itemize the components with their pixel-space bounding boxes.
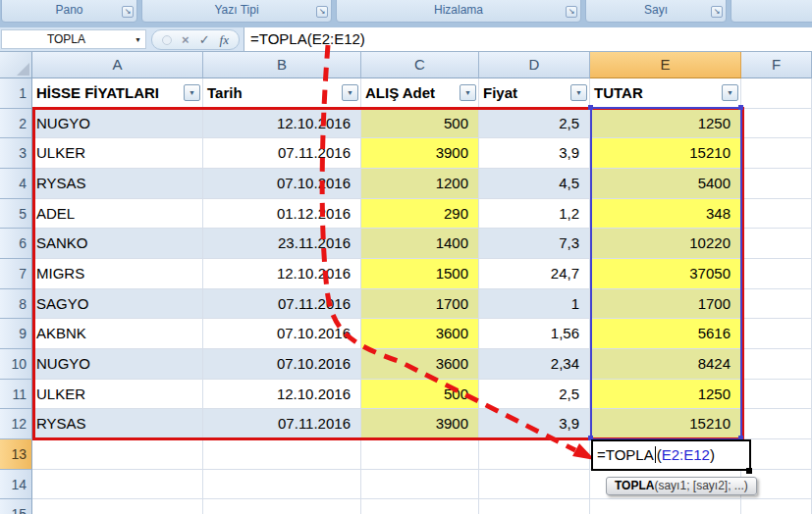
- cell-F8[interactable]: [741, 289, 812, 320]
- cell-D1[interactable]: Fiyat▼: [479, 78, 590, 109]
- cell-E4[interactable]: 5400: [590, 169, 741, 199]
- cell-D8[interactable]: 1: [479, 289, 590, 320]
- cell-D4[interactable]: 4,5: [479, 169, 590, 199]
- row-header-1[interactable]: 1: [0, 78, 32, 109]
- row-header-5[interactable]: 5: [0, 199, 32, 230]
- cell-B5[interactable]: 01.12.2016: [203, 199, 361, 230]
- cell-D5[interactable]: 1,2: [479, 199, 590, 230]
- cell-A12[interactable]: RYSAS: [32, 409, 203, 439]
- cell-A4[interactable]: RYSAS: [32, 169, 203, 199]
- cell-E8[interactable]: 1700: [590, 289, 741, 320]
- cell-F2[interactable]: [741, 109, 812, 139]
- cell-E10[interactable]: 8424: [590, 349, 741, 380]
- cell-C10[interactable]: 3600: [361, 349, 479, 380]
- cell-A9[interactable]: AKBNK: [32, 319, 203, 349]
- cell-B9[interactable]: 07.10.2016: [203, 319, 361, 349]
- row-header-14[interactable]: 14: [0, 470, 32, 500]
- column-header-D[interactable]: D: [479, 52, 590, 78]
- cell-E6[interactable]: 10220: [590, 229, 741, 259]
- cell-E1[interactable]: TUTAR▼: [590, 78, 741, 109]
- cell-A8[interactable]: SAGYO: [32, 289, 203, 320]
- filter-dropdown-C1[interactable]: ▼: [460, 84, 476, 101]
- row-header-6[interactable]: 6: [0, 229, 32, 259]
- cell-C12[interactable]: 3900: [361, 409, 479, 439]
- row-header-10[interactable]: 10: [0, 349, 32, 380]
- cell-C1[interactable]: ALIŞ Adet▼: [361, 78, 479, 109]
- cell-F12[interactable]: [741, 409, 812, 439]
- cell-E2[interactable]: 1250: [590, 109, 741, 139]
- row-header-2[interactable]: 2: [0, 109, 32, 139]
- cell-D12[interactable]: 3,9: [479, 409, 590, 439]
- filter-dropdown-E1[interactable]: ▼: [722, 84, 738, 101]
- cell-B7[interactable]: 12.10.2016: [203, 259, 361, 289]
- filter-dropdown-D1[interactable]: ▼: [570, 84, 587, 101]
- cell-B12[interactable]: 07.11.2016: [203, 409, 361, 439]
- cell-D7[interactable]: 24,7: [479, 259, 590, 289]
- cell-B10[interactable]: 07.10.2016: [203, 349, 361, 380]
- cell-F4[interactable]: [741, 169, 812, 199]
- cell-E5[interactable]: 348: [590, 199, 741, 230]
- row-header-11[interactable]: 11: [0, 380, 32, 410]
- cell-F3[interactable]: [741, 138, 812, 169]
- cell-E13-editing[interactable]: =TOPLA(E2:E12): [591, 439, 751, 471]
- cell-F5[interactable]: [741, 199, 812, 230]
- cell-C11[interactable]: 500: [361, 380, 479, 410]
- name-box[interactable]: TOPLA ▼: [1, 29, 146, 49]
- cell-A2[interactable]: NUGYO: [32, 109, 203, 139]
- cell-F15[interactable]: [741, 499, 812, 514]
- cell-C5[interactable]: 290: [361, 199, 479, 230]
- cell-B11[interactable]: 12.10.2016: [203, 380, 361, 410]
- cell-A1[interactable]: HİSSE FİYATLARI▼: [32, 78, 203, 109]
- cell-F10[interactable]: [741, 349, 812, 380]
- cell-C3[interactable]: 3900: [361, 138, 479, 169]
- cell-E12[interactable]: 15210: [590, 409, 741, 439]
- cell-B3[interactable]: 07.11.2016: [203, 138, 361, 169]
- row-header-8[interactable]: 8: [0, 289, 32, 320]
- cell-A7[interactable]: MIGRS: [32, 259, 203, 289]
- cell-B6[interactable]: 23.11.2016: [203, 229, 361, 259]
- cell-D6[interactable]: 7,3: [479, 229, 590, 259]
- column-header-B[interactable]: B: [203, 52, 361, 78]
- cell-B15[interactable]: [203, 499, 361, 514]
- cell-E15[interactable]: [590, 499, 741, 514]
- row-header-13[interactable]: 13: [0, 439, 32, 470]
- cell-E9[interactable]: 5616: [590, 319, 741, 349]
- cell-A6[interactable]: SANKO: [32, 229, 203, 259]
- cell-A10[interactable]: NUGYO: [32, 349, 203, 380]
- cancel-icon[interactable]: ×: [182, 33, 189, 46]
- cell-A13[interactable]: [32, 439, 203, 470]
- row-header-3[interactable]: 3: [0, 138, 32, 169]
- cell-F7[interactable]: [741, 259, 812, 289]
- row-header-12[interactable]: 12: [0, 409, 32, 439]
- name-box-dropdown-icon[interactable]: ▼: [131, 36, 145, 43]
- cell-D9[interactable]: 1,56: [479, 319, 590, 349]
- cell-D2[interactable]: 2,5: [479, 109, 590, 139]
- cell-B8[interactable]: 07.11.2016: [203, 289, 361, 320]
- column-header-E[interactable]: E: [590, 52, 741, 78]
- cell-B4[interactable]: 07.10.2016: [203, 169, 361, 199]
- cell-B1[interactable]: Tarih▼: [203, 78, 361, 109]
- cell-E3[interactable]: 15210: [590, 138, 741, 169]
- cell-C9[interactable]: 3600: [361, 319, 479, 349]
- row-header-4[interactable]: 4: [0, 169, 32, 199]
- cell-F13[interactable]: [741, 439, 812, 470]
- dialog-launcher-icon[interactable]: ↘: [566, 6, 577, 18]
- insert-function-icon[interactable]: fx: [220, 33, 229, 46]
- cell-D10[interactable]: 2,34: [479, 349, 590, 380]
- cell-F1[interactable]: [741, 78, 812, 109]
- row-header-15[interactable]: 15: [0, 499, 32, 514]
- cell-F9[interactable]: [741, 319, 812, 349]
- enter-icon[interactable]: ✓: [199, 33, 210, 46]
- fill-handle[interactable]: [746, 468, 752, 474]
- cell-F6[interactable]: [741, 229, 812, 259]
- cell-C14[interactable]: [361, 470, 479, 500]
- cell-D14[interactable]: [479, 470, 590, 500]
- cell-A11[interactable]: ULKER: [32, 380, 203, 410]
- cell-C13[interactable]: [361, 439, 479, 470]
- dialog-launcher-icon[interactable]: ↘: [316, 6, 328, 18]
- cell-E11[interactable]: 1250: [590, 380, 741, 410]
- cell-C2[interactable]: 500: [361, 109, 479, 139]
- cell-B14[interactable]: [203, 470, 361, 500]
- cell-C6[interactable]: 1400: [361, 229, 479, 259]
- row-header-7[interactable]: 7: [0, 259, 32, 289]
